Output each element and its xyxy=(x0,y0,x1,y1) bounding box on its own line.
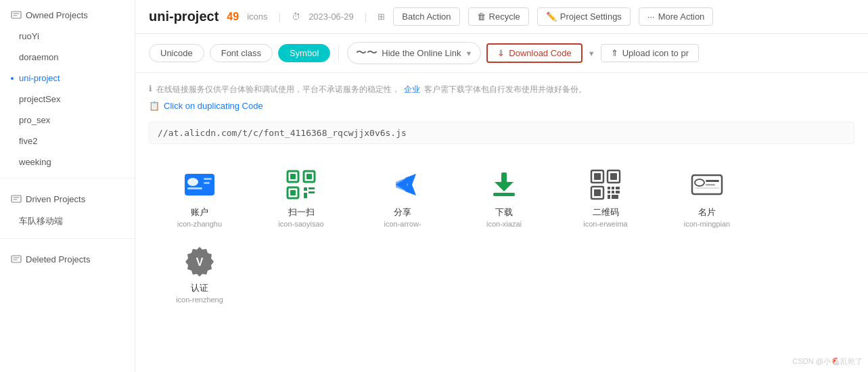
zhanghu-label: 账户 xyxy=(191,206,208,218)
recycle-btn[interactable]: 🗑 Recycle xyxy=(468,7,529,26)
sep-2: | xyxy=(365,11,367,22)
download-code-btn[interactable]: ⇓ Download Code xyxy=(486,43,583,63)
enterprise-link[interactable]: 企业 xyxy=(404,84,420,95)
notice-text2: 客户需下载字体包自行发布使用并做好备份。 xyxy=(424,84,587,95)
svg-rect-5 xyxy=(187,187,202,189)
icon-item-mingpian[interactable]: 名片 icon-mingpian xyxy=(656,158,758,233)
svg-marker-20 xyxy=(495,182,513,191)
svg-rect-15 xyxy=(309,187,315,189)
erweima-label: 二维码 xyxy=(593,206,619,218)
notice-text: 在线链接服务仅供平台体验和调试使用，平台不承诺服务的稳定性， xyxy=(156,84,400,95)
sep-1: | xyxy=(279,11,281,22)
driven-projects-label: Driven Projects xyxy=(26,194,85,204)
icon-item-saoyisao[interactable]: 扫一扫 icon-saoyisao xyxy=(250,158,352,233)
sidebar-item-projectsex[interactable]: projectSex xyxy=(0,89,135,110)
deleted-projects-label: Deleted Projects xyxy=(26,254,90,264)
svg-rect-30 xyxy=(608,191,610,193)
xiazai-name: icon-xiazai xyxy=(486,220,522,228)
icon-item-share[interactable]: 分享 icon-arrow- xyxy=(352,158,453,233)
batch-action-btn[interactable]: Batch Action xyxy=(393,7,459,26)
icons-grid: 账户 icon-zhanghu xyxy=(149,158,854,309)
upload-icon-btn[interactable]: ⇑ Upload icon to pr xyxy=(601,44,699,62)
svg-rect-1 xyxy=(12,195,21,202)
tab-unicode[interactable]: Unicode xyxy=(149,44,204,62)
more-icon: ··· xyxy=(647,11,655,22)
svg-rect-2 xyxy=(12,256,21,262)
download-dropdown-arrow[interactable]: ▼ xyxy=(588,49,595,57)
icon-count-label: icons xyxy=(247,11,267,22)
toolbar-separator xyxy=(338,45,339,62)
sidebar: Owned Projects ruoYi doraemon uni-projec… xyxy=(0,0,135,372)
upload-icon: ⇑ xyxy=(611,48,618,58)
sidebar-item-doraemon[interactable]: doraemon xyxy=(0,47,135,68)
erweima-name: icon-erweima xyxy=(583,220,627,228)
hide-online-link-btn[interactable]: 〜〜 Hide the Online Link ▼ xyxy=(347,42,481,64)
icon-visual-erweima xyxy=(589,168,622,201)
date-icon: ⏱ xyxy=(292,11,300,22)
icon-item-erweima[interactable]: 二维码 icon-erweima xyxy=(555,158,656,233)
hide-link-dropdown-arrow: ▼ xyxy=(465,49,472,57)
svg-rect-12 xyxy=(290,190,296,195)
saoyisao-svg xyxy=(285,168,317,201)
svg-rect-34 xyxy=(616,191,620,193)
svg-rect-31 xyxy=(612,191,614,193)
erweima-svg xyxy=(589,168,622,201)
content-area: ℹ 在线链接服务仅供平台体验和调试使用，平台不承诺服务的稳定性， 企业 客户需下… xyxy=(135,73,868,372)
svg-rect-33 xyxy=(612,195,618,199)
sidebar-divider-2 xyxy=(0,238,135,239)
svg-rect-39 xyxy=(695,187,719,189)
deleted-projects-section[interactable]: Deleted Projects xyxy=(0,244,135,270)
driven-projects-section: Driven Projects xyxy=(0,184,135,210)
svg-rect-13 xyxy=(306,174,312,179)
mingpian-name: icon-mingpian xyxy=(684,220,730,228)
sidebar-item-uni-project[interactable]: uni-project xyxy=(0,68,135,89)
cdn-url-display: //at.alicdn.com/t/c/font_4116368_rqcwjjx… xyxy=(149,122,854,144)
icon-visual-renzheng: V xyxy=(183,244,216,277)
svg-rect-32 xyxy=(608,195,610,199)
project-settings-btn[interactable]: ✏️ Project Settings xyxy=(537,7,631,26)
icon-visual-zhanghu xyxy=(183,168,216,201)
toolbar: Unicode Font class Symbol 〜〜 Hide the On… xyxy=(135,34,868,73)
icon-visual-saoyisao xyxy=(285,168,317,201)
tab-font-class[interactable]: Font class xyxy=(210,44,273,62)
sidebar-item-weeking[interactable]: weeking xyxy=(0,152,135,172)
renzheng-svg: V xyxy=(183,244,216,277)
copy-code-link[interactable]: 📋 Click on duplicating Code xyxy=(149,101,854,111)
sidebar-item-pro-sex[interactable]: pro_sex xyxy=(0,110,135,131)
copy-link-label: Click on duplicating Code xyxy=(164,101,263,111)
svg-rect-24 xyxy=(594,173,601,180)
settings-icon: ✏️ xyxy=(546,11,557,22)
share-name: icon-arrow- xyxy=(384,220,421,228)
svg-rect-11 xyxy=(290,174,296,179)
sidebar-item-ruoyi[interactable]: ruoYi xyxy=(0,26,135,47)
copy-icon: 📋 xyxy=(149,101,160,111)
owned-projects-icon xyxy=(11,9,22,20)
icon-item-xiazai[interactable]: 下载 icon-xiazai xyxy=(453,158,555,233)
mingpian-label: 名片 xyxy=(698,206,716,218)
saoyisao-name: icon-saoyisao xyxy=(278,220,323,228)
svg-text:V: V xyxy=(196,256,204,268)
info-icon: ℹ xyxy=(149,84,152,93)
icon-item-renzheng[interactable]: V 认证 icon-renzheng xyxy=(149,233,250,309)
icon-visual-share xyxy=(386,168,419,201)
sidebar-item-five2[interactable]: five2 xyxy=(0,131,135,152)
xiazai-svg xyxy=(488,168,520,201)
svg-rect-14 xyxy=(304,187,307,191)
more-action-btn[interactable]: ··· More Action xyxy=(639,7,714,26)
project-title: uni-project xyxy=(149,9,219,24)
svg-rect-17 xyxy=(304,193,307,198)
driven-projects-icon xyxy=(11,193,22,204)
svg-rect-27 xyxy=(608,187,610,189)
owned-projects-label: Owned Projects xyxy=(26,10,88,20)
saoyisao-label: 扫一扫 xyxy=(288,206,315,218)
sidebar-divider-1 xyxy=(0,178,135,179)
sidebar-item-chequan[interactable]: 车队移动端 xyxy=(0,210,135,233)
xiazai-label: 下载 xyxy=(495,206,513,218)
renzheng-label: 认证 xyxy=(191,282,208,294)
svg-rect-26 xyxy=(610,173,617,180)
svg-rect-36 xyxy=(695,179,704,186)
svg-rect-4 xyxy=(187,178,198,186)
tab-symbol[interactable]: Symbol xyxy=(278,44,330,62)
icon-item-zhanghu[interactable]: 账户 icon-zhanghu xyxy=(149,158,250,233)
icon-count: 49 xyxy=(227,11,239,23)
